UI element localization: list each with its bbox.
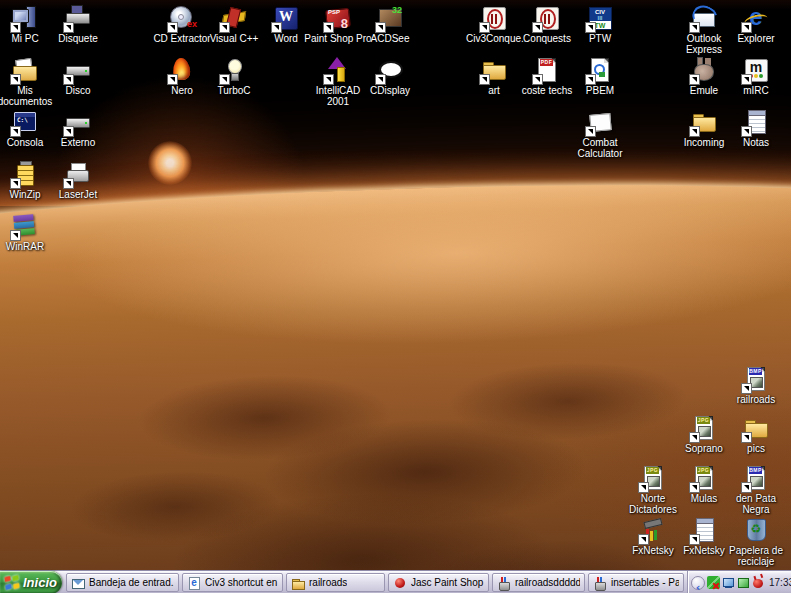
desktop-icon-fxnetsky-tool[interactable]: FxNetsky — [625, 517, 681, 556]
desktop-icon-incoming[interactable]: Incoming — [676, 109, 732, 148]
notepad-icon — [743, 109, 769, 135]
console-icon: C:\ — [12, 109, 38, 135]
mirc-m-letter: m — [743, 59, 769, 75]
shortcut-arrow-icon — [689, 432, 700, 443]
desktop-icon-coste-techs[interactable]: PDF coste techs — [519, 57, 575, 96]
tray-antivirus-icon[interactable] — [752, 576, 765, 589]
drawing-rect — [599, 72, 605, 77]
icon-label: FxNetsky — [625, 545, 681, 556]
desktop-icon-externo[interactable]: Externo — [50, 109, 106, 148]
shortcut-arrow-icon — [167, 22, 178, 33]
desktop-icon-ptw[interactable]: CIVIIITW PTW — [572, 5, 628, 44]
desktop-icon-mirc[interactable]: m mIRC — [728, 57, 784, 96]
bmp-image-icon: BMP — [743, 465, 769, 491]
desktop-icon-emule[interactable]: Emule — [676, 57, 732, 96]
mirc-icon: m — [743, 57, 769, 83]
icon-label: Explorer — [728, 33, 784, 44]
desktop-icon-laserjet[interactable]: LaserJet — [50, 161, 106, 200]
start-button[interactable]: Inicio — [0, 571, 62, 593]
desktop-icon-acdsee[interactable]: 32 ACDSee — [362, 5, 418, 44]
document-drawing-icon — [587, 57, 613, 83]
tray-update-error-icon[interactable] — [707, 576, 720, 589]
taskbar-button-label: Civ3 shortcut en el ... — [205, 577, 278, 588]
desktop-icon-winrar[interactable]: WinRAR — [0, 213, 53, 252]
recycle-bin-icon: ♻ — [743, 517, 769, 543]
shortcut-arrow-icon — [585, 126, 596, 137]
notepad-icon — [691, 517, 717, 543]
desktop-icon-nero[interactable]: Nero — [154, 57, 210, 96]
ms-paint-icon — [497, 576, 511, 590]
tray-chevron-button[interactable]: ‹ — [691, 576, 705, 590]
tray-network-icon[interactable] — [722, 576, 735, 589]
ptw-iii-text: III — [587, 15, 613, 21]
tray-connection-icon[interactable] — [737, 576, 750, 589]
icon-label: Mis documentos — [0, 85, 53, 107]
desktop-icon-art[interactable]: art — [466, 57, 522, 96]
shortcut-arrow-icon — [167, 74, 178, 85]
taskbar-button-civ3-shortcut[interactable]: e Civ3 shortcut en el ... — [182, 573, 283, 592]
icon-label: coste techs — [519, 85, 575, 96]
desktop-icon-winzip[interactable]: WinZip — [0, 161, 53, 200]
desktop-icon-pics[interactable]: pics — [728, 415, 784, 454]
paint-shop-pro-icon — [393, 576, 407, 590]
desktop-icon-norte-dictadores[interactable]: JPG Norte Dictadores — [625, 465, 681, 515]
desktop-icon-intellicad[interactable]: IntelliCAD 2001 — [310, 57, 366, 107]
icon-label: WinRAR — [0, 241, 53, 252]
desktop[interactable]: Mi PC Disquete Mis documentos Disco C:\ … — [0, 0, 791, 593]
desktop-icon-consola[interactable]: C:\ Consola — [0, 109, 53, 148]
bmp-image-icon: BMP — [743, 366, 769, 392]
pdf-file-icon: PDF — [534, 57, 560, 83]
desktop-icon-conquests[interactable]: Conquests — [519, 5, 575, 44]
desktop-icon-explorer[interactable]: e Explorer — [728, 5, 784, 44]
taskbar-button-bandeja[interactable]: Bandeja de entrad... — [66, 573, 179, 592]
taskbar-button-insertables[interactable]: insertables - Paint — [588, 573, 684, 592]
shortcut-arrow-icon — [741, 126, 752, 137]
desktop-icon-railroads[interactable]: BMP railroads — [728, 366, 784, 405]
desktop-icon-cd-extractor[interactable]: ex CD Extractor — [150, 5, 214, 44]
desktop-icon-mulas[interactable]: JPG Mulas — [676, 465, 732, 504]
word-icon: W — [273, 5, 299, 31]
desktop-icon-notas[interactable]: Notas — [728, 109, 784, 148]
taskbar-button-railroads[interactable]: railroads — [286, 573, 385, 592]
shortcut-arrow-icon — [741, 383, 752, 394]
desktop-icon-disquete[interactable]: Disquete — [50, 5, 106, 44]
desktop-icon-pbem[interactable]: PBEM — [572, 57, 628, 96]
desktop-icon-civ3conquests[interactable]: Civ3Conque... — [466, 5, 522, 44]
desktop-icon-turboc[interactable]: TurboC — [206, 57, 262, 96]
icon-label: LaserJet — [50, 189, 106, 200]
civ3-column-icon — [481, 5, 507, 31]
desktop-icon-disco[interactable]: Disco — [50, 57, 106, 96]
shortcut-arrow-icon — [689, 74, 700, 85]
bmp-badge: BMP — [749, 368, 762, 375]
chevron-left-icon: ‹ — [696, 581, 701, 593]
taskbar-button-railroadsd[interactable]: railroadsdddddddd... — [492, 573, 585, 592]
icon-label: TurboC — [206, 85, 262, 96]
ie-document-icon: e — [187, 576, 201, 590]
desktop-icon-den-pata-negra[interactable]: BMP den Pata Negra — [728, 465, 784, 515]
desktop-icon-mis-documentos[interactable]: Mis documentos — [0, 57, 53, 107]
desktop-icon-cdisplay[interactable]: CDisplay — [362, 57, 418, 96]
desktop-icon-soprano[interactable]: JPG Soprano — [676, 415, 732, 454]
tool-icon — [640, 517, 666, 543]
shortcut-arrow-icon — [375, 74, 386, 85]
taskbar-button-label: Bandeja de entrad... — [89, 577, 174, 588]
desktop-icon-combat-calculator[interactable]: Combat Calculator — [572, 109, 628, 159]
taskbar-button-paint-shop-pro[interactable]: Jasc Paint Shop Pro — [388, 573, 489, 592]
console-prompt-glyph: C:\ — [17, 117, 28, 123]
desktop-icon-fxnetsky-doc[interactable]: FxNetsky — [676, 517, 732, 556]
desktop-icon-mi-pc[interactable]: Mi PC — [0, 5, 53, 44]
window-panel-icon — [587, 109, 613, 135]
folder-icon — [291, 576, 305, 590]
acdsee-icon: 32 — [377, 5, 403, 31]
desktop-icon-papelera[interactable]: ♻ Papelera de reciclaje — [726, 517, 786, 567]
icon-label: PTW — [572, 33, 628, 44]
icon-label: art — [466, 85, 522, 96]
desktop-icon-outlook-express[interactable]: Outlook Express — [676, 5, 732, 55]
desktop-icon-visual-cpp[interactable]: Visual C++ — [206, 5, 262, 44]
icon-label: ACDSee — [362, 33, 418, 44]
shortcut-arrow-icon — [638, 482, 649, 493]
hard-drive-icon — [65, 57, 91, 83]
taskbar-button-label: insertables - Paint — [611, 577, 679, 588]
icon-label: Mi PC — [0, 33, 53, 44]
icon-label: Emule — [676, 85, 732, 96]
